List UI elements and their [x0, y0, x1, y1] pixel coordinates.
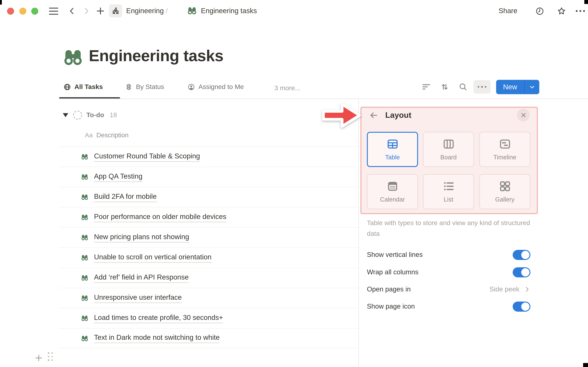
sort-icon: [440, 83, 449, 91]
screen-artifact: [584, 0, 588, 4]
binoculars-icon: [81, 315, 88, 322]
task-title[interactable]: Build 2FA for mobile: [94, 192, 157, 202]
task-title[interactable]: Add ‘ref’ field in API Response: [94, 273, 189, 283]
group-name: To-do: [86, 111, 104, 119]
breadcrumb-page-icon: [187, 6, 197, 15]
todo-status-icon: [73, 111, 82, 120]
breadcrumb-workspace-icon-chip[interactable]: [109, 4, 122, 17]
task-title[interactable]: Customer Round Table & Scoping: [94, 152, 200, 162]
open-pages-in-value: Side peek: [489, 285, 519, 293]
table-row[interactable]: Unable to scroll on vertical orientation: [59, 247, 358, 267]
chevron-down-icon: [529, 84, 535, 90]
sidebar-menu-icon[interactable]: [49, 8, 58, 15]
show-page-icon-toggle[interactable]: [513, 301, 530, 311]
group-count: 18: [110, 111, 117, 119]
task-title[interactable]: Unable to scroll on vertical orientation: [94, 253, 211, 263]
binoculars-icon: [81, 274, 88, 281]
breadcrumb-section[interactable]: Engineering: [126, 7, 164, 15]
table-row[interactable]: Unresponsive user interface: [59, 288, 358, 308]
page-more-button[interactable]: [576, 10, 585, 12]
table-row[interactable]: Build 2FA for mobile: [59, 187, 358, 207]
wrap-all-columns-toggle[interactable]: [513, 267, 530, 277]
new-page-button[interactable]: [96, 6, 105, 16]
tab-by-status[interactable]: By Status: [125, 83, 164, 91]
chevron-right-icon: [82, 7, 90, 15]
new-dropdown-button[interactable]: [525, 80, 539, 94]
binoculars-icon: [81, 254, 88, 261]
task-title[interactable]: New pricing plans not showing: [94, 233, 189, 242]
task-title[interactable]: App QA Testing: [94, 172, 142, 182]
person-circle-icon: [187, 83, 195, 91]
favorite-button[interactable]: [557, 6, 566, 16]
app-window: Engineering / Engineering tasks Share: [0, 0, 588, 367]
column-header-description[interactable]: Aa Description: [85, 132, 129, 139]
setting-open-pages-in[interactable]: Open pages in Side peek: [367, 283, 530, 296]
panel-divider: [358, 99, 359, 367]
binoculars-icon: [81, 194, 88, 201]
binoculars-icon: [63, 48, 83, 67]
traffic-light-close[interactable]: [7, 8, 14, 15]
add-row-button[interactable]: [34, 354, 43, 362]
task-title[interactable]: Load times to create profile, 30 seconds…: [94, 313, 223, 323]
table-row[interactable]: App QA Testing: [59, 167, 358, 187]
panel-close-button[interactable]: [517, 108, 530, 121]
panel-title: Layout: [385, 110, 411, 120]
chevron-right-icon: [524, 286, 530, 293]
binoculars-icon: [81, 234, 88, 241]
school-building-icon: [112, 7, 120, 15]
setting-wrap-all-columns: Wrap all columns: [367, 266, 530, 279]
layout-option-calendar[interactable]: Calendar: [367, 174, 418, 209]
tab-all-tasks[interactable]: All Tasks: [63, 83, 103, 91]
tabs-more-button[interactable]: 3 more...: [274, 84, 300, 92]
share-button[interactable]: Share: [499, 7, 517, 15]
sort-button[interactable]: [440, 83, 449, 91]
globe-icon: [63, 83, 71, 91]
calendar-layout-icon: [386, 180, 398, 192]
tab-assigned-to-me[interactable]: Assigned to Me: [187, 83, 244, 91]
ellipsis-icon: [478, 86, 486, 88]
layout-option-table[interactable]: Table: [367, 132, 418, 167]
layout-option-list[interactable]: List: [423, 174, 474, 209]
table-row[interactable]: Text in Dark mode not switching to white: [59, 328, 358, 348]
list-layout-icon: [442, 180, 455, 192]
layout-option-gallery[interactable]: Gallery: [479, 174, 530, 209]
layout-option-board[interactable]: Board: [423, 132, 474, 167]
traffic-light-zoom[interactable]: [31, 8, 38, 15]
page-icon[interactable]: [63, 48, 83, 67]
binoculars-icon: [81, 294, 88, 301]
table-row[interactable]: Load times to create profile, 30 seconds…: [59, 308, 358, 328]
gallery-layout-icon: [499, 180, 511, 192]
screen-artifact: [0, 0, 2, 5]
table-row[interactable]: New pricing plans not showing: [59, 227, 358, 247]
panel-back-button[interactable]: [369, 111, 378, 120]
forward-button[interactable]: [82, 7, 90, 15]
table-row[interactable]: Add ‘ref’ field in API Response: [59, 267, 358, 288]
traffic-light-minimize[interactable]: [19, 8, 26, 15]
task-title[interactable]: Unresponsive user interface: [94, 293, 182, 303]
updates-button[interactable]: [535, 7, 544, 16]
close-icon: [520, 112, 526, 118]
back-button[interactable]: [68, 7, 76, 15]
task-title[interactable]: Poor performance on older mobile devices: [94, 212, 226, 222]
search-button[interactable]: [459, 83, 467, 91]
new-button[interactable]: New: [496, 80, 539, 94]
table-row[interactable]: Customer Round Table & Scoping: [59, 147, 358, 167]
binoculars-icon: [187, 6, 197, 15]
new-button-label[interactable]: New: [496, 80, 524, 94]
view-options-button[interactable]: [474, 80, 491, 94]
arrow-left-icon: [369, 111, 378, 120]
task-table: Customer Round Table & Scoping App QA Te…: [59, 147, 358, 348]
show-vertical-lines-toggle[interactable]: [513, 250, 530, 260]
filter-button[interactable]: [422, 83, 431, 91]
search-icon: [459, 83, 467, 91]
drag-handle-icon[interactable]: [48, 352, 53, 361]
collapse-triangle-icon[interactable]: [63, 113, 68, 117]
clock-icon: [535, 7, 544, 16]
layout-option-timeline[interactable]: Timeline: [479, 132, 530, 167]
binoculars-icon: [81, 214, 88, 221]
table-row[interactable]: Poor performance on older mobile devices: [59, 207, 358, 227]
group-header-todo[interactable]: To-do 18: [63, 111, 117, 120]
breadcrumb-page[interactable]: Engineering tasks: [201, 7, 257, 15]
task-title[interactable]: Text in Dark mode not switching to white: [94, 333, 220, 343]
star-icon: [557, 6, 566, 16]
